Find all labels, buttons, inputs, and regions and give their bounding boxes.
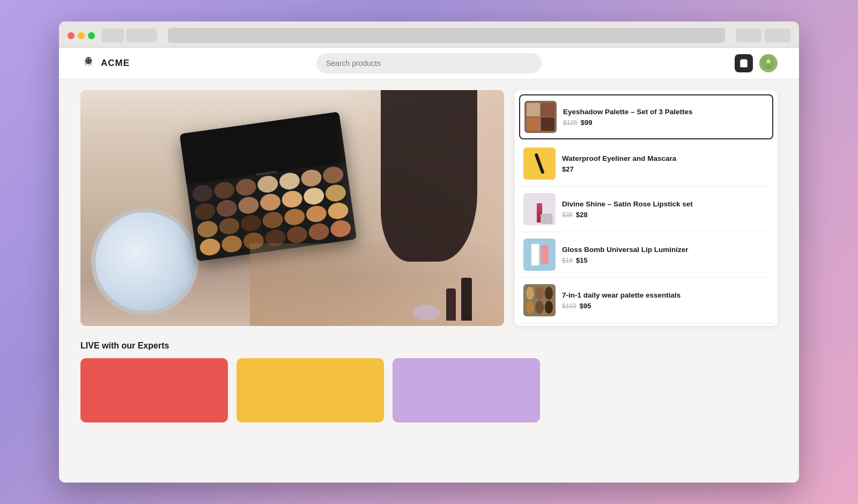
hero-section: Eyeshadow Palette – Set of 3 Palettes $1… <box>80 90 778 326</box>
price-original-lipstick: $35 <box>562 211 573 219</box>
product-item-lipstick[interactable]: Divine Shine – Satin Rose Lipstick set $… <box>519 188 773 231</box>
browser-titlebar <box>59 21 799 47</box>
product-info-lipstick: Divine Shine – Satin Rose Lipstick set $… <box>562 199 769 219</box>
price-original-eyeshadow: $125 <box>563 119 578 127</box>
url-bar[interactable] <box>168 28 725 43</box>
live-section-title: LIVE with our Experts <box>80 341 778 351</box>
product-info-eyeliner: Waterproof Eyeliner and Mascara $27 <box>562 154 769 174</box>
product-pricing-gloss: $19 $15 <box>562 256 769 264</box>
avatar-icon <box>763 57 774 69</box>
product-info-gloss: Gloss Bomb Universal Lip Luminizer $19 $… <box>562 245 769 265</box>
divider-2 <box>519 186 773 187</box>
product-item-eyeshadow[interactable]: Eyeshadow Palette – Set of 3 Palettes $1… <box>519 94 773 139</box>
product-item-gloss[interactable]: Gloss Bomb Universal Lip Luminizer $19 $… <box>519 233 773 276</box>
maximize-button[interactable] <box>88 32 95 39</box>
compact-case <box>541 214 552 224</box>
traffic-lights <box>68 32 95 39</box>
cart-icon <box>739 58 749 68</box>
product-pricing-eyeliner: $27 <box>562 165 769 173</box>
browser-menu-button[interactable] <box>765 28 790 42</box>
product-name-eyeliner: Waterproof Eyeliner and Mascara <box>562 154 769 164</box>
price-eyeliner: $27 <box>562 165 574 173</box>
cart-button[interactable] <box>735 54 753 72</box>
compact <box>413 305 440 321</box>
acme-logo-icon <box>80 55 97 71</box>
live-cards-container <box>80 358 778 423</box>
price-sale-7in1: $95 <box>580 302 591 310</box>
main-content: Eyeshadow Palette – Set of 3 Palettes $1… <box>59 79 799 433</box>
divider-3 <box>519 232 773 232</box>
product-name-eyeshadow: Eyeshadow Palette – Set of 3 Palettes <box>563 107 768 117</box>
navbar-actions <box>724 54 778 72</box>
hair-overlay <box>381 90 477 262</box>
product-thumb-eyeliner <box>523 147 556 180</box>
product-list-panel[interactable]: Eyeshadow Palette – Set of 3 Palettes $1… <box>515 90 778 326</box>
app-content: ACME <box>59 48 799 483</box>
product-item-eyeliner[interactable]: Waterproof Eyeliner and Mascara $27 <box>519 142 773 185</box>
mirror-prop <box>91 208 198 315</box>
bottle-1 <box>461 278 472 321</box>
extra-nav-button[interactable] <box>126 28 157 42</box>
product-name-7in1: 7-in-1 daily wear palette essentials <box>562 291 769 300</box>
back-forward-button[interactable] <box>101 28 124 42</box>
product-thumb-eyeshadow <box>524 101 557 133</box>
price-original-7in1: $103 <box>562 302 576 310</box>
logo-area[interactable]: ACME <box>80 55 134 71</box>
user-avatar-button[interactable] <box>759 54 778 72</box>
eyeliner-brush-icon <box>534 153 544 174</box>
product-name-lipstick: Divine Shine – Satin Rose Lipstick set <box>562 199 769 209</box>
svg-point-4 <box>770 61 771 63</box>
hero-image <box>80 90 504 326</box>
live-card-1[interactable] <box>80 358 228 423</box>
search-bar-container <box>145 53 713 73</box>
live-card-3[interactable] <box>393 358 540 423</box>
product-thumb-7in1 <box>523 284 556 316</box>
product-item-7in1[interactable]: 7-in-1 daily wear palette essentials $10… <box>519 279 773 322</box>
nav-buttons <box>101 28 157 42</box>
product-thumb-gloss <box>523 239 556 271</box>
price-sale-eyeshadow: $99 <box>581 118 593 127</box>
divider-5 <box>519 323 773 323</box>
app-navbar: ACME <box>59 48 799 79</box>
product-name-gloss: Gloss Bomb Universal Lip Luminizer <box>562 245 769 255</box>
browser-share-button[interactable] <box>736 28 761 42</box>
divider-4 <box>519 277 773 278</box>
product-pricing-7in1: $103 $95 <box>562 302 769 310</box>
divider-1 <box>519 140 773 141</box>
live-section: LIVE with our Experts <box>80 341 778 423</box>
product-pricing-lipstick: $35 $28 <box>562 211 769 219</box>
gloss-bottle-pink <box>541 245 549 264</box>
gloss-bottle-white <box>531 243 539 266</box>
browser-action-buttons <box>736 28 790 42</box>
product-info-eyeshadow: Eyeshadow Palette – Set of 3 Palettes $1… <box>563 107 768 127</box>
product-item-fresh[interactable]: FRESH – Rose Deep <box>519 324 773 326</box>
product-thumb-lipstick <box>523 193 556 225</box>
price-sale-gloss: $15 <box>576 256 588 264</box>
browser-window: ACME <box>59 21 799 483</box>
browser-chrome <box>59 21 799 48</box>
product-pricing-eyeshadow: $125 $99 <box>563 118 768 127</box>
search-input[interactable] <box>316 53 542 73</box>
price-sale-lipstick: $28 <box>576 211 588 219</box>
bottle-2 <box>446 288 456 321</box>
close-button[interactable] <box>68 32 75 39</box>
product-info-7in1: 7-in-1 daily wear palette essentials $10… <box>562 291 769 310</box>
live-card-2[interactable] <box>236 358 384 423</box>
logo-text: ACME <box>101 58 130 69</box>
minimize-button[interactable] <box>78 32 85 39</box>
price-original-gloss: $19 <box>562 257 573 264</box>
